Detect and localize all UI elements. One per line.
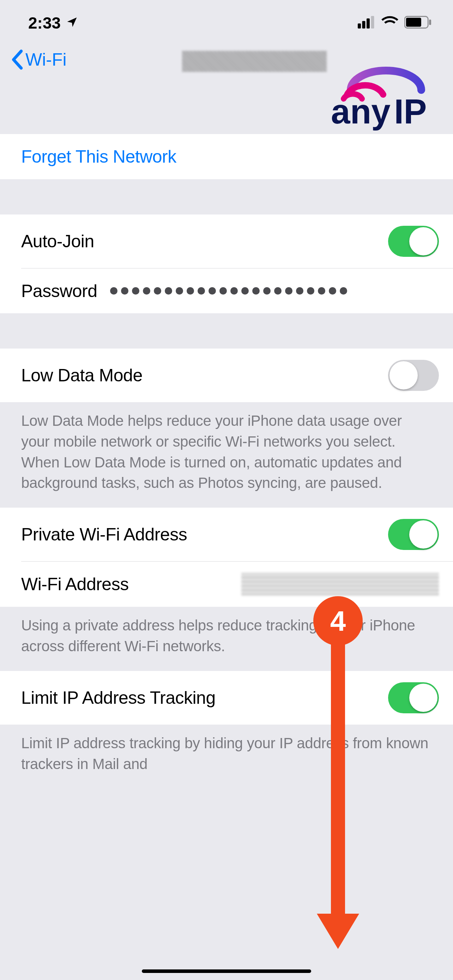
- password-dots: [110, 287, 439, 294]
- svg-rect-1: [362, 21, 366, 28]
- network-name-redacted: [182, 51, 327, 72]
- wifi-address-row[interactable]: Wi-Fi Address: [21, 561, 453, 607]
- lowdata-toggle[interactable]: [388, 360, 439, 391]
- limit-row: Limit IP Address Tracking: [0, 671, 453, 725]
- lowdata-footer: Low Data Mode helps reduce your iPhone d…: [0, 402, 453, 508]
- location-icon: [66, 13, 78, 32]
- lowdata-row: Low Data Mode: [0, 348, 453, 402]
- lowdata-label: Low Data Mode: [21, 365, 388, 386]
- password-label: Password: [21, 281, 97, 301]
- svg-text:IP: IP: [394, 92, 427, 130]
- autojoin-toggle[interactable]: [388, 226, 439, 257]
- private-toggle[interactable]: [388, 519, 439, 550]
- home-indicator: [142, 969, 311, 973]
- svg-rect-5: [406, 18, 421, 27]
- private-label: Private Wi-Fi Address: [21, 524, 388, 545]
- svg-rect-3: [371, 16, 374, 29]
- status-bar: 2:33: [0, 0, 453, 46]
- cellular-icon: [358, 16, 375, 30]
- back-button[interactable]: Wi-Fi: [11, 49, 67, 70]
- status-time: 2:33: [28, 13, 61, 32]
- limit-footer: Limit IP address tracking by hiding your…: [0, 725, 453, 789]
- svg-rect-6: [429, 19, 431, 25]
- anyip-logo: any IP: [329, 56, 442, 132]
- private-row: Private Wi-Fi Address: [0, 508, 453, 561]
- limit-label: Limit IP Address Tracking: [21, 687, 388, 708]
- private-footer: Using a private address helps reduce tra…: [0, 607, 453, 671]
- password-row[interactable]: Password: [21, 268, 453, 313]
- svg-text:any: any: [331, 92, 391, 130]
- wifi-address-label: Wi-Fi Address: [21, 574, 241, 594]
- connection-group: Auto-Join Password: [0, 215, 453, 313]
- forget-network-button[interactable]: Forget This Network: [0, 134, 453, 179]
- limit-toggle[interactable]: [388, 682, 439, 713]
- chevron-left-icon: [11, 49, 23, 70]
- wifi-icon: [381, 16, 399, 30]
- forget-group: Forget This Network: [0, 134, 453, 179]
- autojoin-row: Auto-Join: [0, 215, 453, 268]
- svg-rect-2: [367, 18, 370, 29]
- battery-icon: [404, 16, 432, 30]
- private-group: Private Wi-Fi Address Wi-Fi Address: [0, 508, 453, 607]
- autojoin-label: Auto-Join: [21, 231, 388, 251]
- svg-rect-0: [358, 24, 361, 29]
- lowdata-group: Low Data Mode: [0, 348, 453, 402]
- forget-label: Forget This Network: [21, 146, 176, 167]
- wifi-address-redacted: [241, 573, 439, 595]
- back-label: Wi-Fi: [25, 49, 67, 70]
- limit-group: Limit IP Address Tracking: [0, 671, 453, 725]
